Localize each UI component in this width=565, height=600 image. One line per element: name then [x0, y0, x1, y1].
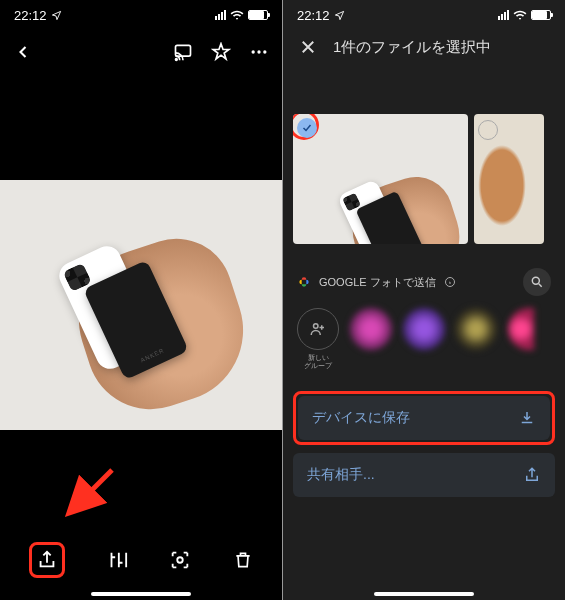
- new-group-button[interactable]: 新しい グループ: [297, 308, 340, 371]
- google-photos-section: GOOGLE フォトで送信 新しい グループ: [283, 244, 565, 377]
- svg-point-3: [257, 50, 260, 53]
- svg-point-6: [177, 557, 183, 563]
- svg-point-8: [532, 277, 539, 284]
- status-time: 22:12: [297, 8, 330, 23]
- share-icon: [523, 466, 541, 484]
- share-sheet-screen: 22:12 1件のファイルを選択中: [283, 0, 565, 600]
- status-bar: 22:12: [283, 0, 565, 30]
- share-contacts-row: 新しい グループ: [297, 296, 551, 377]
- svg-point-1: [176, 59, 178, 61]
- selection-check-icon[interactable]: [297, 118, 317, 138]
- delete-button[interactable]: [232, 549, 254, 571]
- signal-icon: [215, 10, 226, 20]
- wifi-icon: [513, 8, 527, 22]
- more-icon[interactable]: [248, 41, 270, 63]
- annotation-arrow: [60, 462, 120, 522]
- edit-button[interactable]: [106, 549, 128, 571]
- contact-avatar[interactable]: [350, 308, 393, 350]
- star-icon[interactable]: [210, 41, 232, 63]
- cast-icon[interactable]: [172, 41, 194, 63]
- home-indicator[interactable]: [374, 592, 474, 596]
- share-to-button[interactable]: 共有相手...: [293, 453, 555, 497]
- annotation-highlight-save: デバイスに保存: [293, 391, 555, 445]
- share-button[interactable]: [36, 549, 58, 571]
- download-icon: [518, 409, 536, 427]
- photo-top-bar: [0, 30, 282, 74]
- save-to-device-button[interactable]: デバイスに保存: [298, 396, 550, 440]
- status-time: 22:12: [14, 8, 47, 23]
- selection-thumbnails: [283, 64, 565, 244]
- svg-point-2: [252, 50, 255, 53]
- search-button[interactable]: [523, 268, 551, 296]
- thumbnail-unselected[interactable]: [474, 114, 544, 244]
- photo-view-screen: 22:12: [0, 0, 282, 600]
- contact-avatar[interactable]: [455, 308, 498, 350]
- svg-point-9: [314, 324, 319, 329]
- photo-bottom-bar: [0, 530, 282, 600]
- svg-point-4: [263, 50, 266, 53]
- back-button[interactable]: [12, 41, 34, 63]
- annotation-highlight-share: [29, 542, 65, 578]
- save-label: デバイスに保存: [312, 409, 410, 427]
- info-icon[interactable]: [444, 276, 456, 288]
- share-header: 1件のファイルを選択中: [283, 30, 565, 64]
- thumbnail-selected[interactable]: [293, 114, 468, 244]
- selection-empty-icon[interactable]: [478, 120, 498, 140]
- home-indicator[interactable]: [91, 592, 191, 596]
- google-photos-icon: [297, 275, 311, 289]
- battery-icon: [248, 10, 268, 20]
- status-bar: 22:12: [0, 0, 282, 30]
- location-icon: [334, 10, 345, 21]
- contact-avatar[interactable]: [508, 308, 551, 350]
- svg-line-5: [72, 470, 112, 510]
- share-options: デバイスに保存 共有相手...: [283, 377, 565, 497]
- share-label: 共有相手...: [307, 466, 375, 484]
- battery-icon: [531, 10, 551, 20]
- close-button[interactable]: [297, 36, 319, 58]
- contact-avatar[interactable]: [403, 308, 446, 350]
- svg-rect-0: [176, 45, 191, 56]
- share-header-title: 1件のファイルを選択中: [333, 38, 491, 57]
- wifi-icon: [230, 8, 244, 22]
- photo-content: [41, 205, 241, 405]
- location-icon: [51, 10, 62, 21]
- lens-button[interactable]: [169, 549, 191, 571]
- photo-viewer[interactable]: [0, 180, 282, 430]
- google-photos-label: GOOGLE フォトで送信: [319, 275, 436, 290]
- signal-icon: [498, 10, 509, 20]
